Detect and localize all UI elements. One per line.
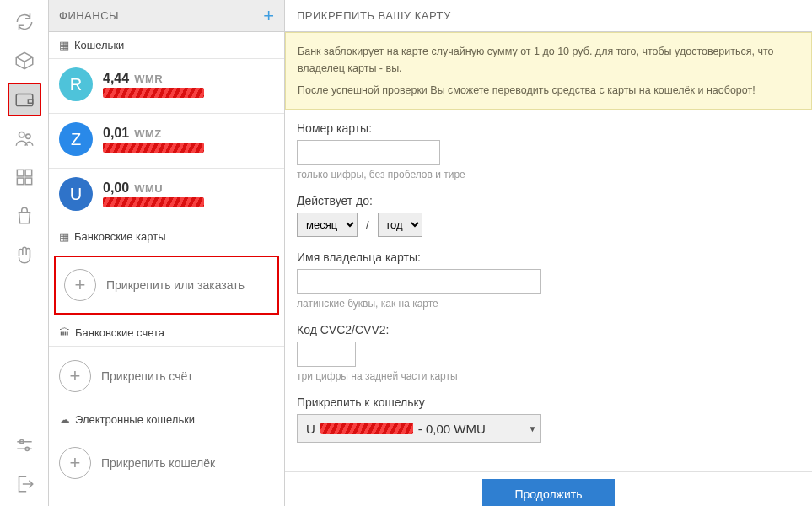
bank-mini-icon: 🏛	[59, 326, 70, 339]
wallet-amount: 0,01	[103, 126, 129, 141]
wallet-row-r[interactable]: R 4,44WMR	[49, 59, 284, 114]
cloud-mini-icon: ☁	[59, 413, 70, 426]
expiry-label: Действует до:	[297, 194, 800, 207]
wallet-row-u[interactable]: U 0,00WMU	[49, 169, 284, 223]
notice-line1: Банк заблокирует на карте случайную сумм…	[298, 43, 799, 77]
cvc-input[interactable]	[297, 342, 356, 367]
card-mini-icon: ▦	[59, 39, 69, 51]
svg-rect-3	[17, 170, 24, 176]
add-button[interactable]: +	[263, 7, 274, 25]
section-cards-label: Банковские карты	[74, 230, 166, 243]
wallet-icon	[13, 89, 35, 110]
plus-icon: +	[64, 269, 96, 301]
attach-account-button[interactable]: + Прикрепить счёт	[49, 347, 284, 406]
wallet-currency: WMR	[134, 73, 163, 85]
section-ewallets-label: Электронные кошельки	[75, 413, 195, 426]
wallet-select-prefix: U	[298, 422, 320, 436]
wallet-number-redacted	[103, 197, 204, 207]
holder-name-input[interactable]	[297, 269, 541, 294]
attach-ewallet-button[interactable]: + Прикрепить кошелёк	[49, 433, 284, 493]
wallet-select-redacted	[320, 423, 413, 434]
section-wallets-label: Кошельки	[74, 39, 124, 51]
wallet-number-redacted	[103, 88, 204, 98]
sidebar-title: ФИНАНСЫ	[59, 9, 263, 22]
expiry-separator: /	[366, 218, 369, 231]
svg-rect-5	[17, 178, 24, 185]
wallet-currency: WMZ	[134, 127, 162, 140]
section-ewallets[interactable]: ☁ Электронные кошельки	[49, 406, 284, 433]
rail-hand[interactable]	[8, 238, 41, 272]
refresh-icon	[13, 11, 35, 33]
svg-rect-4	[25, 170, 32, 176]
notice-box: Банк заблокирует на карте случайную сумм…	[285, 32, 812, 110]
rail-logout[interactable]	[8, 467, 41, 501]
holder-hint: латинские буквы, как на карте	[297, 298, 800, 310]
section-wallets[interactable]: ▦ Кошельки	[49, 32, 284, 59]
cvc-label: Код CVC2/CVV2:	[297, 323, 800, 336]
section-cards[interactable]: ▦ Банковские карты	[49, 223, 284, 250]
attach-ewallet-label: Прикрепить кошелёк	[101, 456, 215, 470]
plus-icon: +	[59, 447, 91, 479]
wallet-row-z[interactable]: Z 0,01WMZ	[49, 114, 284, 169]
svg-rect-6	[25, 178, 32, 185]
chevron-down-icon: ▼	[524, 415, 540, 442]
people-icon	[13, 127, 35, 149]
card-form: Номер карты: только цифры, без пробелов …	[285, 110, 812, 468]
logout-icon	[13, 473, 35, 495]
attach-wallet-select[interactable]: U - 0,00 WMU ▼	[297, 414, 541, 443]
rail-box[interactable]	[8, 44, 41, 78]
cvc-hint: три цифры на задней части карты	[297, 370, 800, 382]
rail-settings[interactable]	[8, 428, 41, 462]
sidebar: ФИНАНСЫ + ▦ Кошельки R 4,44WMR Z 0,01WMZ…	[49, 0, 285, 506]
rail-contacts[interactable]	[8, 121, 41, 155]
plus-icon: +	[59, 360, 91, 392]
rail-apps[interactable]	[8, 160, 41, 194]
card-number-input[interactable]	[297, 140, 440, 165]
expiry-month-select[interactable]: месяц	[297, 213, 358, 237]
section-accounts-label: Банковские счета	[75, 326, 164, 339]
wallet-currency: WMU	[134, 182, 163, 195]
card-number-hint: только цифры, без пробелов и тире	[297, 169, 800, 180]
svg-point-2	[25, 134, 30, 138]
main-panel: ПРИКРЕПИТЬ ВАШУ КАРТУ Банк заблокирует н…	[285, 0, 812, 506]
sidebar-header: ФИНАНСЫ +	[49, 0, 284, 32]
holder-label: Имя владельца карты:	[297, 250, 800, 264]
card-number-label: Номер карты:	[297, 121, 800, 135]
attach-account-label: Прикрепить счёт	[101, 369, 193, 383]
wallet-number-redacted	[103, 143, 204, 153]
expiry-year-select[interactable]: год	[378, 213, 422, 237]
svg-point-1	[19, 132, 24, 137]
wallet-select-tail: - 0,00 WMU	[418, 422, 486, 436]
main-body: Банк заблокирует на карте случайную сумм…	[285, 32, 812, 506]
rail-refresh[interactable]	[8, 5, 41, 39]
wallet-amount: 4,44	[103, 71, 129, 86]
wallet-badge: U	[59, 177, 93, 211]
grid-icon	[13, 166, 35, 188]
wallet-amount: 0,00	[103, 180, 129, 196]
notice-line2: После успешной проверки Вы сможете перев…	[298, 82, 799, 99]
sliders-icon	[13, 434, 35, 456]
card-mini-icon: ▦	[59, 230, 69, 243]
submit-button[interactable]: Продолжить	[482, 479, 614, 506]
wallet-badge: R	[59, 67, 93, 101]
attach-card-label: Прикрепить или заказать	[106, 278, 245, 292]
attach-card-button[interactable]: + Прикрепить или заказать	[54, 256, 279, 315]
bag-icon	[13, 205, 35, 227]
hand-icon	[13, 244, 35, 266]
main-title: ПРИКРЕПИТЬ ВАШУ КАРТУ	[285, 0, 812, 32]
submit-row: Продолжить	[285, 471, 812, 506]
wallet-badge: Z	[59, 122, 93, 156]
rail-wallet[interactable]	[8, 83, 41, 116]
section-accounts[interactable]: 🏛 Банковские счета	[49, 320, 284, 347]
box-icon	[13, 50, 35, 72]
rail-shop[interactable]	[8, 199, 41, 233]
nav-rail	[0, 0, 49, 506]
attach-to-label: Прикрепить к кошельку	[297, 396, 800, 409]
